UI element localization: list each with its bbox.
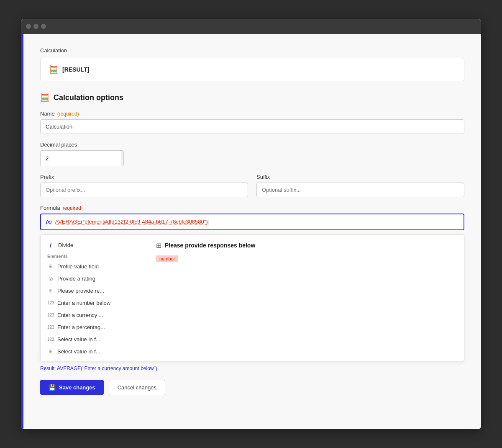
prefix-field-group: Prefix [40, 174, 248, 197]
name-field-group: Name (required) [40, 111, 464, 134]
element-icon-0: ⊞ [47, 263, 54, 269]
element-icon-4: 123 [47, 313, 54, 317]
element-item-2[interactable]: ⊞ Please provide re... [41, 285, 149, 297]
element-label-7: Select value in f... [57, 348, 100, 355]
formula-label: Formula required [40, 205, 464, 211]
suffix-input[interactable] [256, 183, 464, 197]
cancel-label: Cancel changes [118, 384, 156, 391]
formula-label-text: Formula [40, 205, 60, 211]
formula-area: Formula required (x) AVERAGE("element#df… [40, 205, 464, 230]
calculation-preview: 🧮 [RESULT] [40, 58, 464, 81]
formula-highlight: AVERAGE("element#dfd132f2-0fc9-484a-b617… [55, 219, 207, 225]
element-icon-3: 123 [47, 301, 54, 305]
element-item-6[interactable]: 123 Select value in f... [41, 333, 149, 345]
section-heading: 🧮 Calculation options [40, 93, 464, 102]
element-item-0[interactable]: ⊞ Profile value field [41, 260, 149, 273]
spinner-buttons: ▲ ▼ [121, 151, 124, 166]
titlebar-dot-1 [26, 24, 31, 29]
dropdown-right-title: Please provide responses below [165, 242, 255, 249]
element-label-6: Select value in f... [57, 336, 100, 342]
element-icon-7: ⊞ [47, 348, 54, 354]
calculation-section-label: Calculation [40, 47, 464, 54]
element-label-2: Please provide re... [57, 288, 104, 294]
formula-text: AVERAGE("element#dfd132f2-0fc9-484a-b617… [55, 219, 458, 225]
options-icon: 🧮 [40, 93, 49, 102]
element-icon-5: 123 [47, 325, 54, 330]
calculation-preview-icon: 🧮 [49, 65, 58, 74]
element-icon-6: 123 [47, 337, 54, 342]
divide-label: Divide [58, 242, 73, 248]
titlebar-dot-2 [33, 24, 38, 29]
name-input[interactable] [40, 119, 464, 134]
element-icon-1: ◎ [47, 275, 54, 281]
dropdown-right-header: ⊞ Please provide responses below [156, 242, 457, 250]
element-item-5[interactable]: 123 Enter a percentag... [41, 321, 149, 333]
titlebar [21, 19, 481, 34]
content-area: Calculation 🧮 [RESULT] 🧮 Calculation opt… [21, 34, 481, 429]
titlebar-dot-3 [41, 24, 46, 29]
element-icon-2: ⊞ [47, 288, 54, 294]
element-item-4[interactable]: 123 Enter a currency ... [41, 309, 149, 321]
element-item-1[interactable]: ◎ Provide a rating [41, 273, 149, 285]
save-label: Save changes [59, 384, 95, 391]
prefix-suffix-row: Prefix Suffix [40, 174, 464, 205]
cancel-button[interactable]: Cancel changes [109, 380, 165, 395]
dropdown-panel: / Divide Elements ⊞ Profile value field … [40, 234, 464, 361]
name-required-tag: (required) [57, 111, 79, 117]
action-buttons: 💾 Save changes Cancel changes [40, 380, 464, 395]
dropdown-left: / Divide Elements ⊞ Profile value field … [41, 235, 149, 361]
decimal-field-group: Decimal places ▲ ▼ [40, 142, 464, 166]
name-field-label: Name (required) [40, 111, 464, 117]
formula-badge: (x) [46, 219, 51, 224]
number-badge: number [156, 255, 178, 262]
element-label-3: Enter a number below [57, 300, 110, 306]
decimal-input[interactable] [41, 152, 121, 165]
decimal-spinner: ▲ ▼ [40, 150, 124, 166]
element-label-1: Provide a rating [57, 275, 95, 282]
save-icon: 💾 [49, 384, 56, 391]
element-label-0: Profile value field [57, 263, 99, 270]
prefix-input[interactable] [40, 183, 248, 197]
decimal-label: Decimal places [40, 142, 464, 148]
spinner-up-button[interactable]: ▲ [121, 151, 124, 158]
element-label-4: Enter a currency ... [57, 312, 103, 318]
divide-item[interactable]: / Divide [41, 238, 149, 252]
dropdown-right: ⊞ Please provide responses below number [149, 235, 464, 361]
formula-required-tag: required [63, 205, 81, 211]
main-content: Calculation 🧮 [RESULT] 🧮 Calculation opt… [23, 34, 481, 429]
name-label-text: Name [40, 111, 55, 117]
calculation-result-text: [RESULT] [62, 66, 89, 73]
elements-section-label: Elements [41, 252, 149, 260]
options-title: Calculation options [54, 93, 123, 102]
save-button[interactable]: 💾 Save changes [40, 380, 104, 395]
main-window: Calculation 🧮 [RESULT] 🧮 Calculation opt… [21, 19, 481, 429]
spinner-down-button[interactable]: ▼ [121, 158, 124, 166]
result-hint: Result: AVERAGE("Enter a currency amount… [40, 366, 464, 371]
prefix-label: Prefix [40, 174, 248, 180]
element-item-7[interactable]: ⊞ Select value in f... [41, 345, 149, 358]
suffix-field-group: Suffix [256, 174, 464, 197]
dropdown-right-icon: ⊞ [156, 242, 161, 250]
divide-icon: / [47, 242, 54, 249]
element-item-3[interactable]: 123 Enter a number below [41, 297, 149, 309]
formula-cursor [208, 219, 208, 225]
element-label-5: Enter a percentag... [57, 324, 105, 330]
formula-input-container[interactable]: (x) AVERAGE("element#dfd132f2-0fc9-484a-… [40, 214, 464, 230]
suffix-label: Suffix [256, 174, 464, 180]
